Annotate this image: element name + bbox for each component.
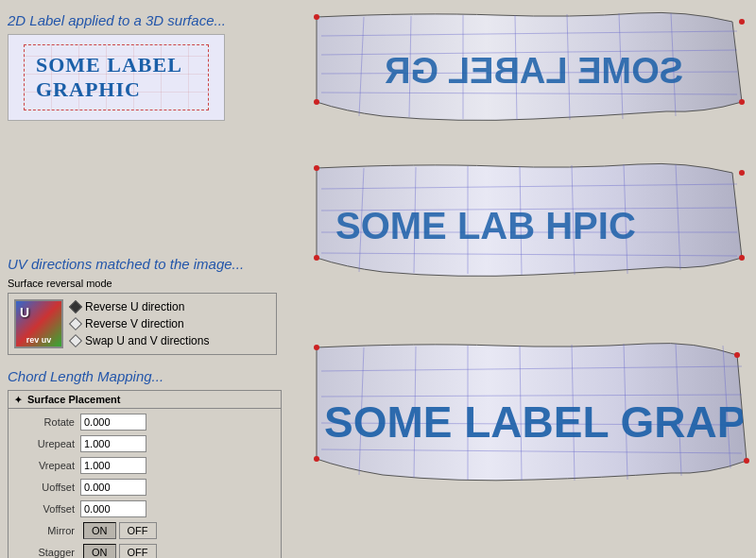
surface-placement-panel: ✦ Surface Placement Rotate Urepeat: [8, 390, 282, 558]
panel-header: ✦ Surface Placement: [9, 391, 281, 409]
radio-diamond-u: [69, 300, 82, 313]
svg-text:SOME LABEL GRAPHIC: SOME LABEL GRAPHIC: [324, 397, 751, 447]
sp-row-rotate: Rotate: [14, 413, 275, 431]
stagger-off-button[interactable]: OFF: [119, 544, 157, 558]
svg-text:SOME LABEL GR: SOME LABEL GR: [385, 51, 683, 91]
sp-rows: Rotate Urepeat Vrepeat Uof: [9, 409, 281, 558]
surface-top-svg: SOME LABEL GR: [307, 8, 751, 128]
sp-row-voffset: Voffset: [14, 499, 275, 518]
panel-arrow-icon: ✦: [14, 395, 22, 405]
sp-row-stagger: Stagger ON OFF: [14, 543, 275, 558]
sp-row-uoffset: Uoffset: [14, 478, 275, 497]
vrepeat-input[interactable]: [80, 457, 146, 474]
main-container: 2D Label applied to a 3D surface... Some…: [0, 0, 756, 558]
svg-point-45: [314, 345, 319, 350]
reverse-v-label: Reverse V direction: [85, 317, 184, 330]
svg-text:SOME LAB HPIC: SOME LAB HPIC: [335, 205, 636, 246]
sp-row-mirror: Mirror ON OFF: [14, 521, 275, 540]
label-graphic-text: Some Label Graphic: [36, 53, 197, 102]
section-chord: Chord Length Mapping... ✦ Surface Placem…: [8, 368, 285, 558]
sp-row-urepeat: Urepeat: [14, 434, 275, 453]
surface-reversal-header: Surface reversal mode: [8, 278, 285, 289]
svg-point-13: [739, 19, 745, 25]
svg-point-12: [314, 14, 319, 20]
svg-point-47: [744, 458, 749, 464]
surface-reversal-panel: rev uv Reverse U direction Reverse V dir…: [8, 293, 277, 355]
svg-point-29: [739, 170, 745, 176]
svg-point-46: [734, 352, 740, 358]
swap-uv-label: Swap U and V directions: [85, 334, 209, 347]
radio-reverse-v[interactable]: Reverse V direction: [71, 317, 209, 330]
voffset-input[interactable]: [80, 500, 146, 517]
top-title: 2D Label applied to a 3D surface...: [8, 12, 285, 28]
reverse-u-label: Reverse U direction: [85, 300, 184, 313]
radio-reverse-u[interactable]: Reverse U direction: [71, 300, 209, 313]
mirror-label: Mirror: [14, 525, 80, 536]
svg-point-14: [739, 99, 745, 105]
surface-bottom-svg: SOME LABEL GRAPHIC: [307, 338, 751, 484]
svg-point-48: [314, 456, 319, 462]
uoffset-input[interactable]: [80, 479, 146, 496]
section-uv: UV directions matched to the image... Su…: [8, 256, 285, 355]
panel-header-label: Surface Placement: [27, 394, 120, 405]
urepeat-input[interactable]: [80, 435, 146, 452]
svg-point-28: [314, 165, 319, 171]
sp-row-vrepeat: Vrepeat: [14, 456, 275, 475]
mirror-on-button[interactable]: ON: [83, 522, 116, 539]
stagger-label: Stagger: [14, 547, 80, 558]
vrepeat-label: Vrepeat: [14, 460, 80, 471]
left-panel: 2D Label applied to a 3D surface... Some…: [0, 0, 293, 558]
surface-mid-svg: SOME LAB HPIC: [307, 159, 751, 281]
rev-uv-label: rev uv: [26, 335, 52, 345]
radio-diamond-v: [69, 317, 82, 330]
radio-diamond-swap: [69, 334, 82, 347]
uv-title: UV directions matched to the image...: [8, 256, 285, 272]
radio-swap-uv[interactable]: Swap U and V directions: [71, 334, 209, 347]
label-graphic-box: Some Label Graphic: [8, 34, 225, 121]
svg-point-15: [314, 99, 319, 105]
rotate-label: Rotate: [14, 416, 80, 428]
rev-uv-icon[interactable]: rev uv: [14, 299, 63, 348]
right-panel: SOME LABEL GR: [293, 0, 756, 558]
section-top: 2D Label applied to a 3D surface... Some…: [8, 12, 285, 128]
svg-point-30: [739, 255, 745, 261]
urepeat-label: Urepeat: [14, 438, 80, 449]
rotate-input[interactable]: [80, 414, 146, 431]
label-graphic-inner: Some Label Graphic: [24, 44, 209, 110]
chord-title: Chord Length Mapping...: [8, 368, 285, 384]
stagger-on-button[interactable]: ON: [83, 544, 116, 558]
uoffset-label: Uoffset: [14, 482, 80, 493]
mirror-off-button[interactable]: OFF: [119, 522, 157, 539]
voffset-label: Voffset: [14, 503, 80, 515]
svg-point-31: [314, 255, 319, 261]
reversal-options: Reverse U direction Reverse V direction …: [71, 299, 209, 348]
